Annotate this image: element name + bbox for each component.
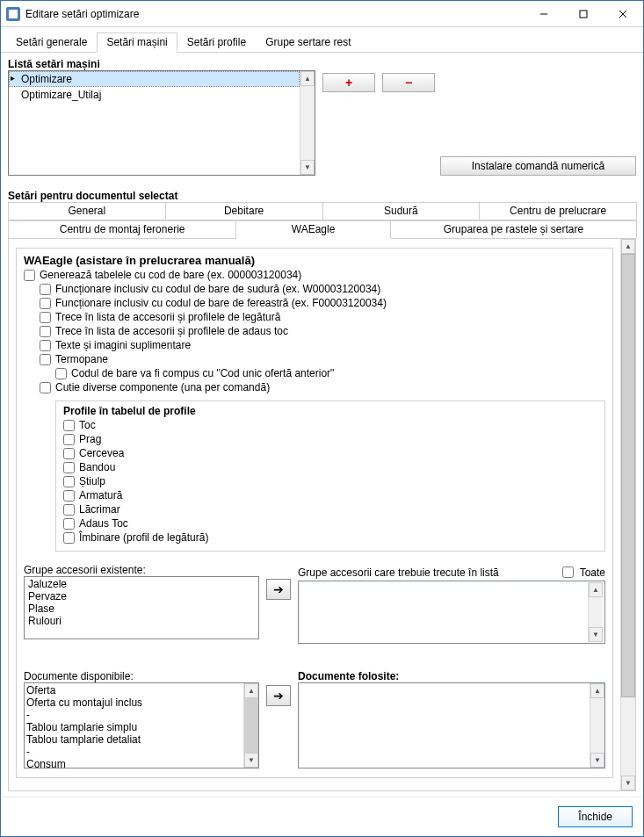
list-item[interactable]: Pervaze [26,590,257,602]
acc-left-list[interactable]: Jaluzele Pervaze Plase Rulouri [24,576,259,639]
app-icon [6,7,20,21]
close-button[interactable] [603,1,643,27]
window-title: Editare setări optimizare [25,8,524,20]
tab-profile-settings[interactable]: Setări profile [177,32,256,52]
window: Editare setări optimizare Setări general… [0,0,644,837]
list-item[interactable]: Tablou tamplarie simplu [26,721,242,733]
tab-machine-settings[interactable]: Setări mașini [97,32,177,53]
list-item[interactable]: Rulouri [26,615,257,627]
scroll-up-icon[interactable]: ▲ [244,683,258,698]
scroll-up-icon[interactable]: ▲ [590,683,604,698]
machine-list-label: Listă setări mașini [8,58,636,70]
scroll-down-icon[interactable]: ▼ [300,160,315,175]
chk-lacrimar[interactable]: Lăcrimar [63,503,597,516]
acc-right-label: Grupe accesorii care trebuie trecute în … [298,566,552,579]
doc-section-label: Setări pentru documentul selectat [8,190,636,202]
scroll-down-icon[interactable]: ▼ [621,776,635,790]
list-item[interactable]: Oferta cu montajul inclus [26,696,242,709]
chk-prag[interactable]: Prag [63,433,597,445]
tab-debitare[interactable]: Debitare [165,202,323,220]
move-right-button[interactable]: ➔ [266,579,291,600]
scroll-up-icon[interactable]: ▲ [621,239,635,254]
tab-drawer-groups[interactable]: Grupe sertare rest [256,32,360,52]
chk-adaus-toc[interactable]: Trece în lista de accesorii și profilele… [40,325,605,337]
chk-imbinare[interactable]: Îmbinare (profil de legătură) [63,531,597,544]
chk-stulp[interactable]: Știulp [63,475,597,487]
minimize-button[interactable] [524,1,563,27]
tab-waeagle[interactable]: WAEagle [235,220,391,239]
remove-button[interactable]: − [382,73,435,92]
scrollbar[interactable]: ▲ ▼ [300,71,315,175]
chk-gen-barcode[interactable]: Generează tabelele cu cod de bare (ex. 0… [24,269,605,281]
chk-texte[interactable]: Texte și imagini suplimentare [40,339,605,351]
chk-weld-code[interactable]: Funcționare inclusiv cu codul de bare de… [40,283,605,295]
acc-left-label: Grupe accesorii existente: [24,564,259,576]
docs-left-list[interactable]: Oferta Oferta cu montajul inclus - Tablo… [24,682,259,768]
list-item[interactable]: Tablou tamplarie detaliat [26,733,242,746]
list-item[interactable]: Jaluzele [26,578,257,590]
chk-window-code[interactable]: Funcționare inclusiv cu codul de bare de… [40,297,605,309]
tab-prelucrare[interactable]: Centru de prelucrare [479,202,637,220]
chk-toc[interactable]: Toc [63,419,597,431]
add-button[interactable]: + [322,73,375,92]
chk-bandou[interactable]: Bandou [63,461,597,473]
docs-right-list[interactable]: ▲ ▼ [298,682,605,768]
main-scrollbar[interactable]: ▲ ▼ [620,239,635,790]
chk-armatura[interactable]: Armatură [63,489,597,501]
list-item[interactable]: Plase [26,602,257,615]
list-item[interactable]: - [26,746,242,758]
list-item[interactable]: Consum [26,758,242,768]
chk-toate[interactable]: Toate [559,564,605,581]
scroll-up-icon[interactable]: ▲ [589,582,603,597]
machine-list[interactable]: Optimizare Optimizare_Utilaj ▲ ▼ [8,70,315,176]
waeagle-title: WAEagle (asistare în prelucrarea manuală… [24,254,605,267]
titlebar: Editare setări optimizare [1,1,643,27]
profile-group-title: Profile în tabelul de profile [63,405,597,417]
scroll-down-icon[interactable]: ▼ [589,627,603,642]
tab-general[interactable]: General [8,202,166,220]
list-item[interactable]: Oferta [26,684,242,696]
main-tabs: Setări generale Setări mașini Setări pro… [1,27,643,53]
chk-cercevea[interactable]: Cercevea [63,447,597,459]
chk-cutie[interactable]: Cutie diverse componente (una per comand… [40,381,605,393]
tab-general-settings[interactable]: Setări generale [6,32,97,52]
list-item[interactable]: - [26,709,242,721]
chk-cod-uniq[interactable]: Codul de bare va fi compus cu "Cod unic … [55,367,605,379]
scroll-down-icon[interactable]: ▼ [590,753,604,768]
list-item[interactable]: Optimizare [9,71,300,87]
close-dialog-button[interactable]: Închide [558,806,633,827]
chk-termo[interactable]: Termopane [40,353,605,365]
chk-adaus-toc-p[interactable]: Adaus Toc [63,517,597,530]
docs-left-label: Documente disponibile: [24,670,259,682]
tab-feronerie[interactable]: Centru de montaj feronerie [8,220,236,238]
waeagle-group: WAEagle (asistare în prelucrarea manuală… [16,248,613,778]
chk-acc-list[interactable]: Trece în lista de accesorii și profilele… [40,311,605,323]
footer: Închide [1,797,643,836]
acc-right-list[interactable]: ▲ ▼ [298,581,605,644]
move-right-doc-button[interactable]: ➔ [266,685,291,706]
list-item[interactable]: Optimizare_Utilaj [9,87,300,103]
scroll-up-icon[interactable]: ▲ [300,71,315,86]
profile-group: Profile în tabelul de profile Toc Prag C… [55,400,605,552]
docs-right-label: Documente folosite: [298,670,605,682]
tab-rastele[interactable]: Gruparea pe rastele și sertare [390,220,637,238]
scroll-down-icon[interactable]: ▼ [244,753,258,768]
maximize-button[interactable] [563,1,603,27]
install-nc-button[interactable]: Instalare comandă numerică [440,156,636,176]
tab-sudura[interactable]: Sudură [322,202,481,220]
svg-rect-1 [580,11,587,18]
